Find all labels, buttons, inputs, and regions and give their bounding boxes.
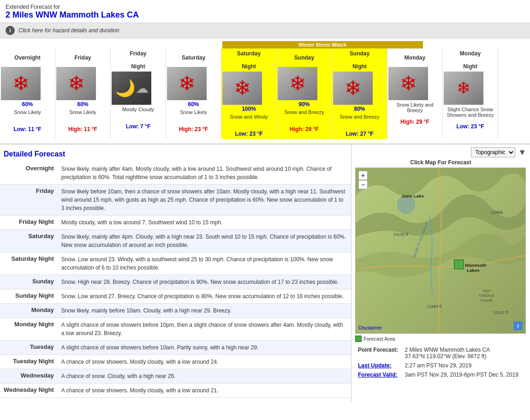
zoom-in-button[interactable]: + — [358, 171, 368, 180]
moon-icon: 🌙 — [115, 78, 136, 98]
period-name: FridayNight — [112, 50, 165, 70]
forecast-row: Tuesday NightA chance of snow showers. M… — [0, 355, 351, 369]
precip-percent: 80% — [333, 106, 386, 112]
condition-text: Snow Likely — [56, 109, 109, 124]
forecast-row: SundaySnow. High near 28. Breezy. Chance… — [0, 275, 351, 289]
map-info-button[interactable]: i — [513, 321, 523, 330]
period-name: MondayNight — [444, 50, 497, 70]
forecast-description: Snow. High near 28. Breezy. Chance of pr… — [58, 275, 351, 289]
map-type-select[interactable]: TopographicSatelliteStreet — [471, 147, 515, 157]
point-forecast-table: Point Forecast: 2 Miles WNW Mammoth Lake… — [355, 345, 526, 380]
temperature: Low: 27 °F — [333, 131, 386, 137]
map-select-icon[interactable]: ▼ — [518, 148, 526, 157]
map-container[interactable]: June Lake Mammoth Lakes LONG 13155 ft 13… — [355, 168, 526, 334]
forecast-description: A chance of snow showers. Mostly cloudy,… — [58, 384, 351, 398]
map-zoom-controls: + − — [358, 171, 368, 189]
precip-percent: 90% — [278, 101, 331, 108]
snowflake-icon: ❄ — [68, 73, 85, 94]
forecast-cell-friday-night[interactable]: FridayNight🌙☁Mostly CloudyLow: 7 °F — [111, 48, 166, 139]
snowflake-icon: ❄ — [179, 73, 196, 94]
weather-icon: ❄ — [444, 72, 483, 105]
precip-percent: 60% — [56, 101, 109, 108]
condition-text: Slight Chance Snow Showers and Breezy — [444, 107, 497, 121]
temperature: Low: 23 °F — [444, 123, 497, 130]
condition-text: Snow and Breezy — [333, 114, 386, 129]
header: Extended Forecast for 2 Miles WNW Mammot… — [0, 0, 530, 23]
temperature: Low: 23 °F — [222, 131, 275, 137]
forecast-row: Sunday NightSnow. Low around 27. Breezy.… — [0, 289, 351, 304]
precip-percent: 100% — [222, 106, 275, 112]
forecast-cell-sunday[interactable]: Sunday❄90%Snow and BreezyHigh: 28 °F — [277, 48, 332, 139]
forecast-description: Snow likely before 10am, then a chance o… — [58, 185, 351, 216]
forecast-valid-value: 3am PST Nov 29, 2019-6pm PST Dec 5, 2019 — [403, 371, 525, 379]
zoom-out-button[interactable]: − — [358, 180, 368, 189]
period-label: Friday — [0, 185, 58, 216]
period-name: SaturdayNight — [222, 50, 275, 70]
weather-icon: ❄ — [1, 67, 41, 100]
svg-text:Lakes: Lakes — [467, 268, 480, 273]
forecast-row: WednesdayA chance of snow. Cloudy, with … — [0, 369, 351, 384]
forecast-description: Snow likely, mainly before 10am. Cloudy,… — [58, 304, 351, 318]
period-name: Overnight — [1, 50, 54, 65]
period-label: Sunday Night — [0, 289, 58, 304]
period-label: Sunday — [0, 275, 58, 289]
forecast-cell-saturday-night[interactable]: SaturdayNight❄100%Snow and WindyLow: 23 … — [221, 48, 277, 139]
temperature: Low: 11 °F — [1, 126, 54, 132]
period-label: Wednesday — [0, 369, 58, 384]
detailed-section: Detailed Forecast OvernightSnow likely, … — [0, 144, 351, 402]
hazard-link[interactable]: Click here for hazard details and durati… — [18, 27, 119, 34]
forecast-cell-friday[interactable]: Friday❄60%Snow LikelyHigh: 11 °F — [55, 48, 111, 139]
condition-text: Mostly Cloudy — [112, 107, 165, 121]
forecast-row: Wednesday NightA chance of snow showers.… — [0, 384, 351, 398]
svg-text:Forest: Forest — [481, 298, 493, 303]
last-update-row: Last Update: 2:27 am PST Nov 29, 2019 — [356, 361, 525, 370]
forecast-row: Friday NightMostly cloudy, with a low ar… — [0, 216, 351, 230]
svg-text:13142 ft: 13142 ft — [493, 310, 508, 315]
header-subtitle: Extended Forecast for — [6, 4, 524, 10]
period-name: Sunday — [278, 50, 331, 65]
header-title: 2 Miles WNW Mammoth Lakes CA — [6, 10, 524, 20]
forecast-row: OvernightSnow likely, mainly after 4am. … — [0, 162, 351, 185]
forecast-description: A chance of snow. Cloudy, with a high ne… — [58, 369, 351, 384]
svg-text:LONG: LONG — [491, 210, 503, 215]
period-label: Monday — [0, 304, 58, 318]
forecast-row: Saturday NightSnow. Low around 23. Windy… — [0, 252, 351, 275]
forecast-table: OvernightSnow likely, mainly after 4am. … — [0, 162, 351, 398]
temperature: High: 11 °F — [56, 126, 109, 132]
winter-storm-banner: Winter Storm Watch — [222, 41, 423, 48]
forecast-cell-monday-night[interactable]: MondayNight❄Slight Chance Snow Showers a… — [443, 48, 498, 139]
forecast-strip: Overnight❄60%Snow LikelyLow: 11 °FFriday… — [0, 48, 530, 139]
forecast-area-label: Forecast Area — [363, 336, 395, 342]
map-title: Click Map For Forecast — [355, 159, 526, 166]
svg-text:13155 ft: 13155 ft — [393, 232, 409, 237]
forecast-cell-monday[interactable]: Monday❄Snow Likely and BreezyHigh: 29 °F — [387, 48, 443, 139]
hazard-bar[interactable]: i Click here for hazard details and dura… — [0, 23, 530, 38]
svg-rect-13 — [454, 260, 464, 269]
weather-icon: ❄ — [56, 67, 96, 100]
svg-text:11868 ft: 11868 ft — [427, 304, 442, 309]
last-update-label: Last Update: — [356, 361, 402, 370]
forecast-description: A slight chance of snow showers before 1… — [58, 341, 351, 355]
temperature: High: 28 °F — [278, 126, 331, 132]
map-svg: June Lake Mammoth Lakes LONG 13155 ft 13… — [356, 168, 525, 333]
period-label: Saturday — [0, 230, 58, 252]
forecast-cell-sunday-night[interactable]: SundayNight❄80%Snow and BreezyLow: 27 °F — [332, 48, 387, 139]
condition-text: Snow and Breezy — [278, 109, 331, 124]
map-disclaimer-link[interactable]: Disclaimer — [358, 325, 382, 330]
forecast-valid-label: Forecast Valid: — [356, 371, 402, 379]
svg-text:Inyo: Inyo — [482, 288, 490, 293]
snowflake-icon: ❄ — [457, 80, 470, 96]
period-label: Wednesday Night — [0, 384, 58, 398]
snowflake-icon: ❄ — [289, 73, 306, 94]
forecast-description: Mostly cloudy, with a low around 7. Sout… — [58, 216, 351, 230]
temperature: Low: 7 °F — [112, 123, 165, 130]
weather-icon: ❄ — [388, 67, 428, 100]
cloud-icon: ☁ — [136, 81, 149, 96]
forecast-cell-overnight[interactable]: Overnight❄60%Snow LikelyLow: 11 °F — [0, 48, 55, 139]
forecast-description: Snow. Low around 23. Windy, with a south… — [58, 252, 351, 275]
period-label: Overnight — [0, 162, 58, 185]
svg-text:June Lake: June Lake — [401, 193, 424, 198]
forecast-cell-saturday[interactable]: Saturday❄60%Snow LikelyHigh: 23 °F — [166, 48, 221, 139]
right-panel: TopographicSatelliteStreet ▼ Click Map F… — [351, 144, 530, 402]
forecast-description: Snow likely, mainly after 4pm. Cloudy, w… — [58, 230, 351, 252]
